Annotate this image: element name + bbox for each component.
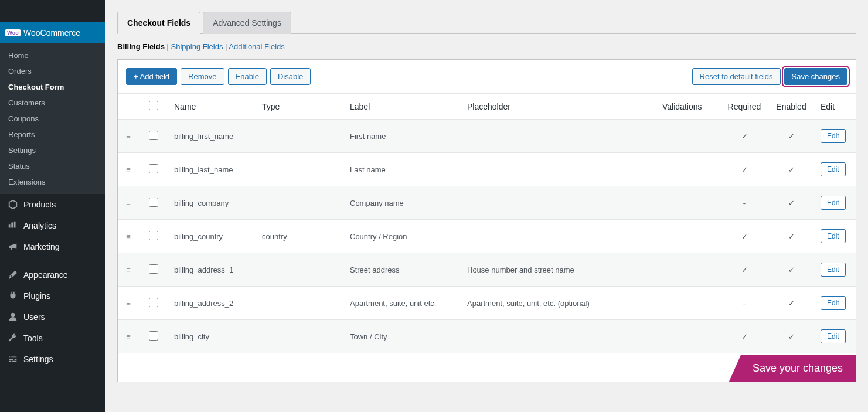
save-banner-text[interactable]: Save your changes bbox=[729, 355, 856, 382]
edit-button[interactable]: Edit bbox=[821, 196, 846, 210]
add-field-button[interactable]: + Add field bbox=[126, 68, 177, 85]
disable-button[interactable]: Disable bbox=[270, 68, 311, 85]
sidebar-item-marketing[interactable]: Marketing bbox=[0, 236, 105, 257]
submenu-customers[interactable]: Customers bbox=[0, 95, 105, 111]
cell-enabled: ✓ bbox=[768, 153, 815, 186]
table-row: ≡billing_address_1Street addressHouse nu… bbox=[118, 253, 856, 287]
cell-enabled: ✓ bbox=[768, 253, 815, 287]
cell-validations bbox=[656, 220, 721, 253]
edit-button[interactable]: Edit bbox=[821, 129, 846, 143]
cell-required: ✓ bbox=[721, 220, 768, 253]
admin-sidebar: Woo WooCommerce Home Orders Checkout For… bbox=[0, 0, 105, 412]
cell-type: country bbox=[256, 220, 344, 253]
subtab-billing[interactable]: Billing Fields bbox=[117, 42, 165, 51]
table-row: ≡billing_companyCompany name-✓Edit bbox=[118, 186, 856, 220]
sidebar-item-products[interactable]: Products bbox=[0, 194, 105, 215]
tabs-nav: Checkout Fields Advanced Settings bbox=[117, 12, 856, 34]
submenu-settings[interactable]: Settings bbox=[0, 142, 105, 158]
drag-handle-icon[interactable]: ≡ bbox=[126, 299, 131, 308]
submenu-reports[interactable]: Reports bbox=[0, 127, 105, 142]
sub-tabs: Billing Fields | Shipping Fields | Addit… bbox=[117, 34, 856, 59]
brush-icon bbox=[7, 269, 19, 281]
drag-handle-icon[interactable]: ≡ bbox=[126, 199, 131, 207]
edit-button[interactable]: Edit bbox=[821, 296, 846, 310]
cell-enabled: ✓ bbox=[768, 320, 815, 353]
reset-button[interactable]: Reset to default fields bbox=[692, 68, 781, 85]
save-banner: Save your changes bbox=[118, 353, 856, 382]
cell-enabled: ✓ bbox=[768, 220, 815, 253]
cell-validations bbox=[656, 253, 721, 287]
cell-required: ✓ bbox=[721, 120, 768, 153]
row-checkbox[interactable] bbox=[149, 198, 158, 207]
box-icon bbox=[7, 199, 19, 210]
cell-required: - bbox=[721, 287, 768, 320]
cell-validations bbox=[656, 186, 721, 220]
cell-type bbox=[256, 253, 344, 287]
cell-name: billing_company bbox=[168, 186, 256, 220]
cell-label: Company name bbox=[344, 186, 461, 220]
wrench-icon bbox=[7, 332, 19, 344]
remove-button[interactable]: Remove bbox=[181, 68, 224, 85]
table-row: ≡billing_last_nameLast name✓✓Edit bbox=[118, 153, 856, 186]
cell-placeholder bbox=[461, 320, 656, 353]
submenu-checkout-form[interactable]: Checkout Form bbox=[0, 79, 105, 95]
subtab-shipping[interactable]: Shipping Fields bbox=[171, 42, 223, 51]
sidebar-item-tools[interactable]: Tools bbox=[0, 328, 105, 349]
cell-required: ✓ bbox=[721, 320, 768, 353]
save-changes-button[interactable]: Save changes bbox=[784, 68, 847, 85]
enable-button[interactable]: Enable bbox=[228, 68, 267, 85]
row-checkbox[interactable] bbox=[149, 164, 158, 173]
row-checkbox[interactable] bbox=[149, 331, 158, 341]
row-checkbox[interactable] bbox=[149, 131, 158, 140]
cell-placeholder: Apartment, suite, unit, etc. (optional) bbox=[461, 287, 656, 320]
edit-button[interactable]: Edit bbox=[821, 229, 846, 243]
table-row: ≡billing_cityTown / City✓✓Edit bbox=[118, 320, 856, 353]
main-content: Checkout Fields Advanced Settings Billin… bbox=[105, 0, 868, 412]
submenu-home[interactable]: Home bbox=[0, 47, 105, 63]
submenu-coupons[interactable]: Coupons bbox=[0, 111, 105, 127]
edit-button[interactable]: Edit bbox=[821, 329, 846, 343]
tab-checkout-fields[interactable]: Checkout Fields bbox=[117, 12, 200, 34]
row-checkbox[interactable] bbox=[149, 264, 158, 274]
sidebar-item-woocommerce[interactable]: Woo WooCommerce bbox=[0, 22, 105, 43]
cell-required: ✓ bbox=[721, 153, 768, 186]
cell-placeholder bbox=[461, 220, 656, 253]
subtab-additional[interactable]: Additional Fields bbox=[229, 42, 284, 51]
submenu-extensions[interactable]: Extensions bbox=[0, 174, 105, 190]
tab-advanced-settings[interactable]: Advanced Settings bbox=[203, 12, 291, 34]
cell-validations bbox=[656, 287, 721, 320]
header-type: Type bbox=[256, 94, 344, 120]
drag-handle-icon[interactable]: ≡ bbox=[126, 165, 131, 174]
sidebar-item-settings[interactable]: Settings bbox=[0, 349, 105, 370]
drag-handle-icon[interactable]: ≡ bbox=[126, 232, 131, 241]
select-all-checkbox[interactable] bbox=[149, 101, 158, 110]
cell-enabled: ✓ bbox=[768, 287, 815, 320]
submenu-orders[interactable]: Orders bbox=[0, 63, 105, 79]
cell-placeholder bbox=[461, 153, 656, 186]
sidebar-item-analytics[interactable]: Analytics bbox=[0, 215, 105, 236]
header-validations: Validations bbox=[656, 94, 721, 120]
sidebar-item-appearance[interactable]: Appearance bbox=[0, 264, 105, 285]
table-row: ≡billing_first_nameFirst name✓✓Edit bbox=[118, 120, 856, 153]
cell-name: billing_address_2 bbox=[168, 287, 256, 320]
row-checkbox[interactable] bbox=[149, 298, 158, 307]
sidebar-item-plugins[interactable]: Plugins bbox=[0, 285, 105, 307]
cell-label: Country / Region bbox=[344, 220, 461, 253]
user-icon bbox=[7, 311, 19, 323]
submenu-status[interactable]: Status bbox=[0, 158, 105, 174]
cell-placeholder bbox=[461, 186, 656, 220]
megaphone-icon bbox=[7, 241, 19, 253]
drag-handle-icon[interactable]: ≡ bbox=[126, 132, 131, 141]
cell-enabled: ✓ bbox=[768, 120, 815, 153]
edit-button[interactable]: Edit bbox=[821, 162, 846, 176]
edit-button[interactable]: Edit bbox=[821, 263, 846, 277]
cell-label: Apartment, suite, unit etc. bbox=[344, 287, 461, 320]
header-name: Name bbox=[168, 94, 256, 120]
drag-handle-icon[interactable]: ≡ bbox=[126, 265, 131, 274]
drag-handle-icon[interactable]: ≡ bbox=[126, 332, 131, 341]
header-label: Label bbox=[344, 94, 461, 120]
header-placeholder: Placeholder bbox=[461, 94, 656, 120]
row-checkbox[interactable] bbox=[149, 231, 158, 240]
sidebar-item-users[interactable]: Users bbox=[0, 307, 105, 328]
cell-name: billing_last_name bbox=[168, 153, 256, 186]
